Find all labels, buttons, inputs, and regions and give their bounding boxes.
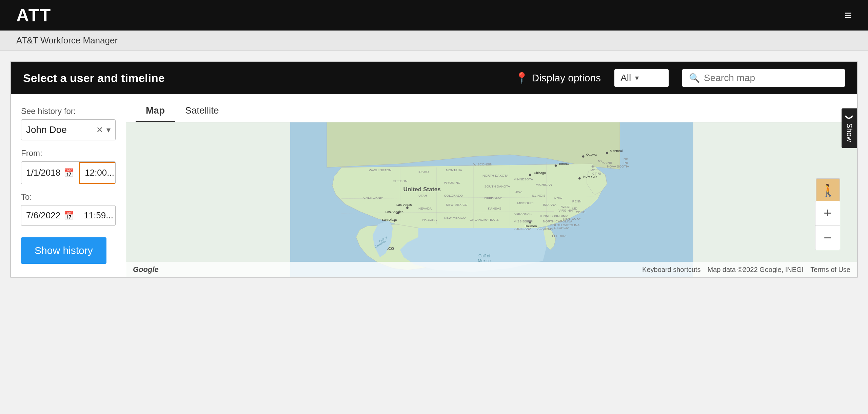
svg-point-21 — [582, 155, 584, 157]
svg-text:OKLAHOMA: OKLAHOMA — [470, 218, 489, 221]
svg-text:UTAH: UTAH — [418, 194, 427, 197]
svg-text:WASHINGTON: WASHINGTON — [369, 168, 391, 172]
svg-point-19 — [555, 164, 557, 166]
svg-text:MICHIGAN: MICHIGAN — [536, 183, 552, 186]
svg-text:MISSOURI: MISSOURI — [517, 201, 534, 205]
svg-text:Toronto: Toronto — [558, 162, 569, 165]
zoom-in-button[interactable]: + — [815, 201, 840, 225]
panel-body: See history for: John Doe ✕ ▾ From: 1/1/… — [11, 94, 857, 277]
svg-text:WYOMING: WYOMING — [444, 181, 461, 184]
google-logo: Google — [133, 265, 159, 274]
user-name-value: John Doe — [26, 124, 93, 135]
terms-of-use-link[interactable]: Terms of Use — [810, 266, 850, 274]
to-calendar-icon[interactable]: 📅 — [64, 211, 74, 220]
tab-map[interactable]: Map — [136, 100, 175, 122]
show-sidebar-tab[interactable]: ❯ Show — [842, 108, 857, 148]
map-container: Map Satellite — [126, 94, 857, 277]
search-map-input[interactable] — [704, 73, 838, 83]
svg-text:Los Angeles: Los Angeles — [386, 210, 403, 214]
svg-text:NH: NH — [591, 164, 595, 168]
svg-text:KENTUCKY: KENTUCKY — [563, 217, 581, 220]
map-tabs: Map Satellite — [126, 94, 857, 122]
chevron-down-icon: ▾ — [635, 74, 639, 82]
svg-text:ARIZONA: ARIZONA — [422, 218, 437, 221]
svg-text:VT: VT — [591, 168, 595, 172]
svg-text:TEXAS: TEXAS — [488, 218, 499, 221]
svg-text:ILLINOIS: ILLINOIS — [532, 194, 546, 197]
to-datetime-row: 7/6/2022 📅 11:59... 🕐 — [21, 205, 116, 226]
app-logo: ATT — [16, 5, 51, 25]
to-time-field[interactable]: 11:59... 🕐 — [79, 205, 116, 225]
display-options-button[interactable]: 📍 Display options — [515, 72, 601, 84]
svg-text:WISCONSIN: WISCONSIN — [473, 162, 492, 166]
svg-text:ARKANSAS: ARKANSAS — [514, 212, 532, 216]
svg-text:United States: United States — [403, 186, 441, 193]
all-dropdown[interactable]: All ▾ — [614, 69, 669, 87]
to-time-value: 11:59... — [84, 210, 113, 221]
street-view-button[interactable]: 🚶 — [816, 178, 840, 203]
svg-text:NB: NB — [624, 157, 628, 161]
from-calendar-icon[interactable]: 📅 — [64, 168, 74, 178]
svg-text:MONTANA: MONTANA — [446, 168, 462, 172]
show-sidebar-label: Show — [845, 123, 854, 142]
svg-text:VIRGINIA: VIRGINIA — [558, 209, 573, 212]
svg-text:NORTH DAKOTA: NORTH DAKOTA — [482, 174, 509, 177]
svg-text:NEVADA: NEVADA — [418, 206, 432, 210]
svg-text:IOWA: IOWA — [514, 190, 522, 194]
svg-text:LOUISIANA: LOUISIANA — [514, 227, 531, 231]
menu-icon[interactable]: ≡ — [845, 8, 852, 22]
user-select[interactable]: John Doe ✕ ▾ — [21, 119, 116, 140]
keyboard-shortcuts-link[interactable]: Keyboard shortcuts — [642, 266, 701, 274]
zoom-out-button[interactable]: − — [815, 225, 840, 250]
svg-text:COLORADO: COLORADO — [444, 194, 463, 197]
from-section: From: 1/1/2018 📅 12:00... 🕐 — [21, 149, 116, 184]
left-sidebar: See history for: John Doe ✕ ▾ From: 1/1/… — [11, 94, 126, 277]
svg-text:NOVA SCOTIA: NOVA SCOTIA — [607, 164, 629, 168]
from-time-field[interactable]: 12:00... 🕐 — [79, 162, 116, 184]
svg-text:PENN: PENN — [572, 199, 581, 203]
svg-text:NEBRASKA: NEBRASKA — [484, 196, 502, 199]
svg-text:SOUTH DAKOTA: SOUTH DAKOTA — [484, 184, 510, 188]
svg-text:FLORIDA: FLORIDA — [552, 234, 567, 238]
svg-text:ALABAMA: ALABAMA — [537, 227, 553, 231]
svg-text:Montreal: Montreal — [610, 149, 623, 153]
from-date-value: 1/1/2018 — [26, 167, 60, 178]
to-date-field[interactable]: 7/6/2022 📅 — [21, 205, 79, 225]
svg-point-17 — [578, 177, 580, 179]
from-time-value: 12:00... — [85, 167, 114, 178]
svg-text:Gulf of: Gulf of — [478, 254, 491, 258]
svg-text:PE: PE — [624, 161, 628, 164]
main-container: Select a user and timeline 📍 Display opt… — [0, 51, 868, 288]
see-history-section: See history for: John Doe ✕ ▾ — [21, 106, 116, 140]
svg-text:GEORGIA: GEORGIA — [554, 226, 570, 230]
svg-text:NY: NY — [598, 159, 603, 163]
panel-title: Select a user and timeline — [23, 72, 501, 85]
svg-text:DE NJ: DE NJ — [576, 210, 586, 214]
svg-text:San Diego: San Diego — [382, 218, 397, 221]
tab-satellite[interactable]: Satellite — [175, 100, 229, 122]
to-date-value: 7/6/2022 — [26, 210, 60, 221]
pin-icon: 📍 — [515, 72, 529, 84]
svg-text:IDAHO: IDAHO — [418, 170, 429, 174]
svg-text:MAINE: MAINE — [601, 161, 612, 164]
svg-text:INDIANA: INDIANA — [543, 203, 556, 206]
svg-text:WEST: WEST — [561, 205, 571, 209]
map-svg[interactable]: United States Mexico Gulf of Mexico Chic… — [126, 118, 857, 277]
show-history-button[interactable]: Show history — [21, 237, 106, 264]
from-datetime-row: 1/1/2018 📅 12:00... 🕐 — [21, 161, 116, 184]
svg-text:CALIFORNIA: CALIFORNIA — [363, 196, 383, 199]
search-map-container: 🔍 — [682, 69, 845, 87]
user-dropdown-icon[interactable]: ▾ — [106, 125, 111, 135]
map-data-attribution: Map data ©2022 Google, INEGI — [707, 266, 804, 274]
svg-text:MD: MD — [572, 206, 577, 210]
svg-text:CT RI: CT RI — [592, 172, 601, 175]
clear-user-icon[interactable]: ✕ — [96, 125, 103, 135]
from-date-field[interactable]: 1/1/2018 📅 — [21, 163, 79, 183]
show-sidebar-arrow: ❯ — [845, 114, 854, 120]
svg-text:NEW MEXICO: NEW MEXICO — [444, 216, 466, 219]
map-zoom-controls: + − — [815, 201, 840, 250]
main-panel: Select a user and timeline 📍 Display opt… — [10, 61, 858, 278]
svg-point-23 — [606, 152, 608, 154]
svg-point-25 — [406, 206, 408, 209]
map-svg-wrapper: United States Mexico Gulf of Mexico Chic… — [126, 118, 857, 277]
